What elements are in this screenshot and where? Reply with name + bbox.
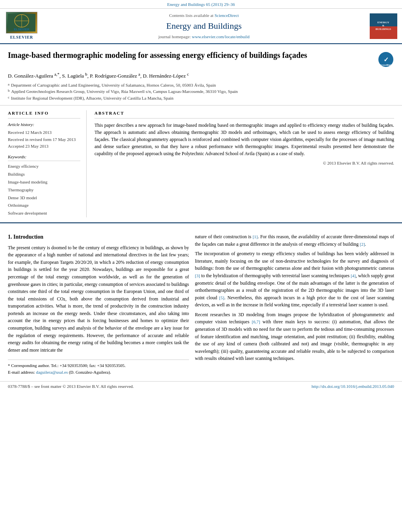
keywords-section: Keywords: Energy efficiency Buildings Im… [8, 154, 80, 217]
copyright-line: © 2013 Elsevier B.V. All rights reserved… [94, 160, 394, 166]
article-info: ARTICLE INFO Article history: Received 1… [8, 110, 87, 217]
footnote-email: E-mail address: daguilera@usal.es (D. Go… [8, 369, 189, 376]
history-received: Received 12 March 2013 [8, 129, 80, 136]
svg-text:ELSEVIER: ELSEVIER [14, 28, 30, 31]
history-revised: Received in revised form 17 May 2013 [8, 136, 80, 143]
history-label: Article history: [8, 122, 80, 128]
ref-3: [3] [195, 273, 200, 278]
right-para-1: nature of their construction is [1]. For… [195, 233, 394, 248]
keyword-3: Image-based modeling [8, 178, 80, 186]
contents-text: Contents lists available at [169, 13, 213, 18]
contents-line: Contents lists available at ScienceDirec… [169, 13, 239, 19]
email-link[interactable]: daguilera@usal.es [36, 370, 68, 374]
section-divider [0, 222, 402, 223]
intro-heading: 1. Introduction [8, 233, 189, 241]
ref-2: [2] [360, 242, 365, 247]
main-content: 1. Introduction The present century is d… [0, 227, 402, 382]
affiliation-a: a Department of Cartographic and Land En… [8, 82, 394, 89]
sciencedirect-link[interactable]: ScienceDirect [215, 13, 239, 18]
aff-sup-a: a [8, 82, 9, 89]
homepage-label: journal homepage: [158, 34, 191, 39]
article-info-title: ARTICLE INFO [8, 110, 80, 118]
elsevier-label: ELSEVIER [10, 35, 33, 40]
history-accepted: Accepted 23 May 2013 [8, 143, 80, 150]
journal-logo-right: ENERGY&BUILDINGS [369, 12, 398, 40]
aff-sup-c: c [8, 95, 9, 102]
email-note: (D. González-Aguilera). [69, 370, 111, 374]
affiliation-c: c Institute for Regional Development (ID… [8, 95, 394, 102]
bottom-bar: 0378-7788/$ – see front matter © 2013 El… [0, 381, 402, 391]
journal-homepage: journal homepage: www.elsevier.com/locat… [158, 34, 249, 40]
abstract-title: ABSTRACT [94, 110, 394, 118]
keyword-2: Buildings [8, 171, 80, 178]
right-para-2: The incorporation of geometry to energy … [195, 250, 394, 309]
left-column: 1. Introduction The present century is d… [8, 233, 189, 376]
crossmark-circle: ✓ CrossMark [378, 52, 393, 67]
ref-4: [4] [351, 273, 356, 278]
authors-text: D. González-Aguilera a,*, S. Lagüela b, … [8, 73, 189, 79]
journal-ref: Energy and Buildings 65 (2013) 29–36 [167, 2, 235, 7]
ref-5: [5] [219, 295, 224, 300]
svg-text:✓: ✓ [383, 56, 389, 63]
issn-text: 0378-7788/$ – see front matter © 2013 El… [8, 384, 134, 389]
keyword-7: Software development [8, 209, 80, 217]
header-section: ELSEVIER ELSEVIER Contents lists availab… [0, 9, 402, 44]
journal-title: Energy and Buildings [166, 20, 241, 32]
paper-title: Image-based thermographic modeling for a… [8, 50, 372, 60]
keyword-5: Dense 3D model [8, 194, 80, 202]
abstract-text: This paper describes a new approach for … [94, 122, 394, 157]
intro-para-1: The present century is doomed to be the … [8, 244, 189, 354]
journal-logo-box: ENERGY&BUILDINGS [370, 13, 397, 39]
paper-section: Image-based thermographic modeling for a… [0, 44, 402, 106]
right-column: nature of their construction is [1]. For… [195, 233, 394, 376]
keyword-6: Orthoimage [8, 202, 80, 209]
top-bar: Energy and Buildings 65 (2013) 29–36 [0, 0, 402, 9]
email-label: E-mail address: [8, 370, 35, 374]
right-para-3: Recent researches in 3D modeling from im… [195, 311, 394, 362]
paper-title-row: Image-based thermographic modeling for a… [8, 50, 394, 68]
crossmark-icon: ✓ CrossMark [378, 52, 394, 68]
ref-1: [1] [253, 234, 258, 239]
affiliations: a Department of Cartographic and Land En… [8, 82, 394, 102]
elsevier-logo: ELSEVIER ELSEVIER [4, 12, 39, 40]
ref-6-7: [6,7] [252, 319, 260, 324]
aff-text-c: Institute for Regional Development (IDR)… [11, 95, 173, 102]
aff-text-b: Applied Geotechnologies Research Group, … [11, 88, 238, 95]
aff-text-a: Department of Cartographic and Land Engi… [11, 82, 216, 89]
article-abstract-section: ARTICLE INFO Article history: Received 1… [0, 106, 402, 222]
affiliation-b: b Applied Geotechnologies Research Group… [8, 88, 394, 95]
journal-center: Contents lists available at ScienceDirec… [43, 12, 365, 40]
elsevier-logo-image: ELSEVIER [6, 12, 37, 33]
abstract-section: ABSTRACT This paper describes a new appr… [94, 110, 394, 217]
aff-sup-b: b [8, 88, 10, 95]
keywords-title: Keywords: [8, 154, 80, 161]
footnote-star: * Corresponding author. Tel.: +34 920353… [8, 362, 189, 369]
keyword-1: Energy efficiency [8, 163, 80, 171]
homepage-url[interactable]: www.elsevier.com/locate/enbuild [192, 34, 250, 39]
logo-top-text: ENERGY&BUILDINGS [376, 21, 391, 31]
svg-text:CrossMark: CrossMark [380, 64, 392, 66]
doi-link[interactable]: http://dx.doi.org/10.1016/j.enbuild.2013… [311, 384, 394, 389]
keyword-4: Thermography [8, 186, 80, 194]
footnote-section: * Corresponding author. Tel.: +34 920353… [8, 360, 189, 375]
authors: D. González-Aguilera a,*, S. Lagüela b, … [8, 71, 394, 80]
